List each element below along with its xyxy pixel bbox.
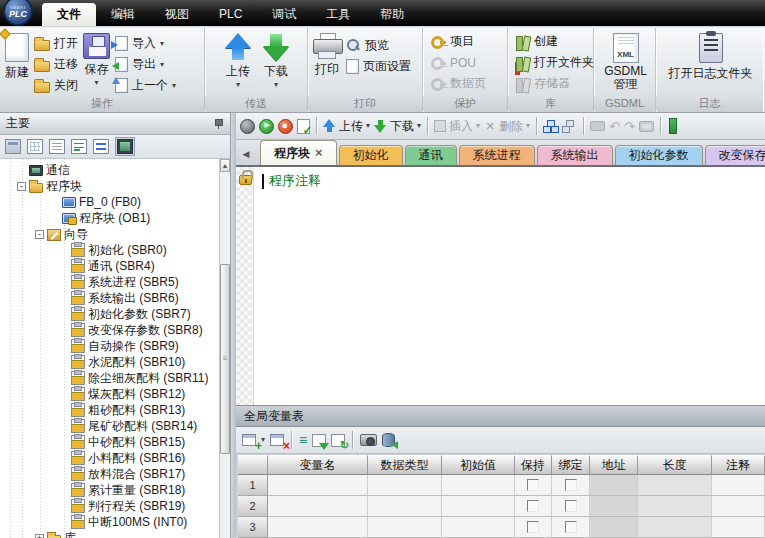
cell-data-type[interactable] — [368, 496, 442, 517]
tree-expander-icon[interactable]: + — [35, 534, 44, 538]
upload-button[interactable]: 上传 ▾ — [225, 31, 251, 88]
download-button[interactable]: 下载 ▾ — [263, 31, 289, 88]
tree-item[interactable]: 尾矿砂配料 (SBR14) — [0, 418, 230, 434]
database-button[interactable] — [382, 433, 395, 447]
bind-checkbox[interactable] — [565, 521, 577, 533]
preview-button[interactable]: 预览 — [344, 35, 413, 56]
previous-button[interactable]: 上一个▾ — [113, 75, 178, 96]
tree-item[interactable]: 判行程关 (SBR19) — [0, 498, 230, 514]
stop-button[interactable] — [278, 119, 293, 134]
menu-item[interactable]: 工具 — [311, 3, 365, 26]
tree-item[interactable]: 煤灰配料 (SBR12) — [0, 386, 230, 402]
sort-list-button[interactable]: ≡ — [299, 433, 307, 447]
retain-checkbox[interactable] — [527, 500, 539, 512]
cell-comment[interactable] — [712, 475, 765, 496]
editor-tab[interactable]: 初始化参数 × — [615, 145, 703, 165]
editor-tab[interactable]: 改变保存参数 × — [705, 145, 765, 165]
tree-item[interactable]: 累计重量 (SBR18) — [0, 482, 230, 498]
tree-item[interactable]: 自动操作 (SBR9) — [0, 338, 230, 354]
menu-item[interactable]: PLC — [204, 3, 257, 26]
tree-item[interactable]: 水泥配料 (SBR10) — [0, 354, 230, 370]
download-variables-button[interactable] — [312, 434, 326, 447]
save-button[interactable]: 保存 ▾ — [83, 31, 110, 86]
cell-initial-value[interactable] — [442, 475, 515, 496]
menu-item[interactable]: 帮助 — [365, 3, 419, 26]
tree-scrollbar[interactable]: ▲ ≡ — [219, 159, 230, 538]
export-button[interactable]: 导出▾ — [113, 54, 178, 75]
tab-close-icon[interactable]: × — [315, 148, 323, 158]
tree-item[interactable]: 放料混合 (SBR17) — [0, 466, 230, 482]
library-open-folder-button[interactable]: 打开文件夹 — [513, 52, 596, 73]
scrollbar-thumb[interactable]: ≡ — [220, 264, 230, 454]
cell-address[interactable] — [590, 496, 638, 517]
compile-button[interactable] — [240, 119, 255, 134]
tree-item[interactable]: 通信 — [0, 162, 230, 178]
row-number[interactable]: 1 — [238, 475, 268, 496]
cell-variable-name[interactable] — [268, 496, 368, 517]
cell-data-type[interactable] — [368, 475, 442, 496]
cell-length[interactable] — [638, 517, 712, 538]
cell-comment[interactable] — [712, 496, 765, 517]
tree-expander-icon[interactable]: - — [35, 230, 44, 239]
migrate-button[interactable]: 迁移 — [32, 54, 80, 75]
row-number[interactable]: 3 — [238, 517, 268, 538]
editor-tab[interactable]: 系统输出 × — [537, 145, 613, 165]
tree-item[interactable]: + 库 — [0, 530, 230, 538]
print-button[interactable]: 打印 — [313, 31, 341, 78]
upload-dropdown-caret[interactable]: ▾ — [236, 82, 240, 88]
retain-checkbox[interactable] — [527, 479, 539, 491]
tree-item[interactable]: - 程序块 — [0, 178, 230, 194]
add-variable-button[interactable]: + — [242, 434, 256, 446]
tree-item[interactable]: - 向导 — [0, 226, 230, 242]
import-button[interactable]: 导入▾ — [113, 33, 178, 54]
snapshot-button[interactable] — [360, 434, 377, 446]
cell-address[interactable] — [590, 517, 638, 538]
tab-scroll-left-icon[interactable]: ◀ — [239, 145, 253, 163]
menu-item[interactable]: 视图 — [150, 3, 204, 26]
cell-variable-name[interactable] — [268, 517, 368, 538]
library-tool-icon[interactable] — [669, 118, 677, 134]
cell-data-type[interactable] — [368, 517, 442, 538]
cell-initial-value[interactable] — [442, 496, 515, 517]
toolbar-download-button[interactable]: 下载▾ — [374, 118, 421, 135]
tree-item[interactable]: 程序块 (OB1) — [0, 210, 230, 226]
tree-item[interactable]: 初始化参数 (SBR7) — [0, 306, 230, 322]
cell-length[interactable] — [638, 475, 712, 496]
open-button[interactable]: 打开 — [32, 33, 80, 54]
editor-tab[interactable]: 通讯 × — [405, 145, 457, 165]
data-view-icon[interactable] — [93, 139, 109, 154]
editor-tab[interactable]: 初始化 × — [339, 145, 403, 165]
delete-variable-button[interactable]: × — [270, 434, 284, 446]
close-button[interactable]: 关闭 — [32, 75, 80, 96]
communication-view-toggle[interactable] — [115, 137, 135, 156]
module-view-icon[interactable] — [5, 139, 21, 154]
tree-item[interactable]: 通讯 (SBR4) — [0, 258, 230, 274]
bind-checkbox[interactable] — [565, 479, 577, 491]
run-button[interactable] — [259, 119, 274, 134]
gsdml-manage-button[interactable]: XML GSDML管理 — [604, 31, 647, 91]
tree-expander-icon[interactable]: - — [17, 182, 26, 191]
menu-item[interactable]: 编辑 — [96, 3, 150, 26]
library-create-button[interactable]: 创建 — [513, 31, 596, 52]
scroll-up-arrow-icon[interactable]: ▲ — [220, 159, 230, 172]
menu-item[interactable]: 调试 — [257, 3, 311, 26]
cell-initial-value[interactable] — [442, 517, 515, 538]
tree-item[interactable]: FB_0 (FB0) — [0, 194, 230, 210]
cell-variable-name[interactable] — [268, 475, 368, 496]
menu-item[interactable]: 文件 — [42, 3, 96, 26]
row-number[interactable]: 2 — [238, 496, 268, 517]
tree-item[interactable]: 中砂配料 (SBR15) — [0, 434, 230, 450]
cell-length[interactable] — [638, 496, 712, 517]
protect-project-button[interactable]: 项目 — [428, 31, 488, 52]
check-program-button[interactable] — [297, 119, 310, 134]
network-map-button[interactable] — [562, 120, 577, 133]
toolbar-upload-button[interactable]: 上传▾ — [323, 118, 370, 135]
cell-address[interactable] — [590, 475, 638, 496]
status-chart-view-icon[interactable] — [71, 139, 87, 154]
cell-comment[interactable] — [712, 517, 765, 538]
tree-item[interactable]: 中断100MS (INT0) — [0, 514, 230, 530]
table-view-icon[interactable] — [27, 139, 43, 154]
sync-variables-button[interactable]: ↻ — [331, 434, 345, 447]
program-comment-line[interactable]: 程序注释 — [262, 172, 321, 190]
download-dropdown-caret[interactable]: ▾ — [274, 82, 278, 88]
